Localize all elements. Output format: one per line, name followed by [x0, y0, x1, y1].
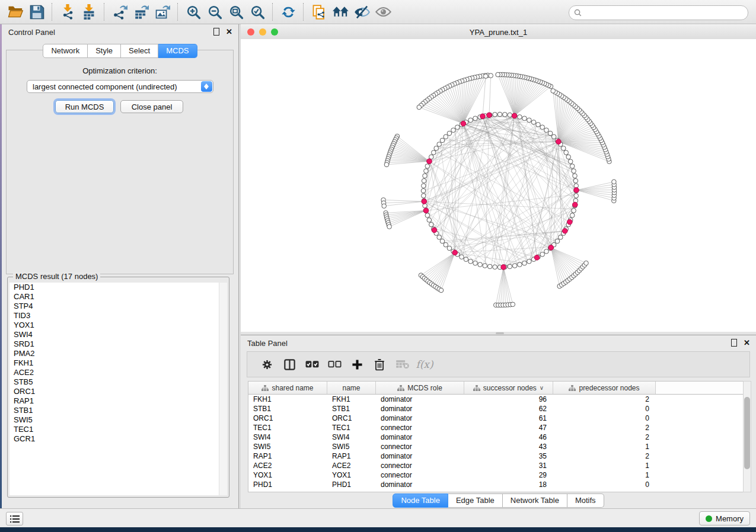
mcds-result-item: YOX1	[9, 321, 219, 330]
table-options-button[interactable]	[256, 354, 278, 375]
tab-network[interactable]: Network	[43, 44, 88, 58]
open-session-button[interactable]	[5, 2, 26, 22]
table-cell: SWI4	[327, 432, 376, 442]
table-header-row: shared namenameMCDS rolesuccessor nodes∨…	[248, 382, 743, 395]
export-network-button[interactable]	[109, 2, 130, 22]
network-canvas[interactable]	[241, 39, 756, 335]
show-graphics-details-button[interactable]	[372, 2, 394, 22]
table-cell: RAP1	[327, 451, 376, 461]
table-row[interactable]: SWI4SWI4dominator462	[248, 432, 743, 442]
show-columns-button[interactable]	[278, 354, 301, 375]
table-cell: RAP1	[248, 451, 327, 461]
close-panel-icon[interactable]: ✕	[226, 28, 232, 35]
main-toolbar	[0, 0, 756, 24]
tab-style[interactable]: Style	[88, 44, 121, 58]
table-cell: 0	[553, 414, 656, 423]
table-cell: YOX1	[248, 470, 327, 480]
float-panel-icon[interactable]	[213, 28, 219, 36]
column-header-empty	[656, 382, 743, 394]
tab-motifs[interactable]: Motifs	[567, 493, 604, 508]
desktop: Control Panel ✕ NetworkStyleSelectMCDS O…	[0, 0, 756, 532]
table-row[interactable]: ACE2ACE2connector311	[248, 461, 743, 470]
deselect-all-button[interactable]	[323, 354, 346, 375]
table-cell: connector	[376, 461, 464, 470]
close-panel-button[interactable]: Close panel	[120, 100, 183, 113]
table-cell: 61	[464, 414, 553, 423]
table-cell: ACE2	[327, 461, 376, 470]
dropdown-stepper-icon	[201, 81, 212, 92]
toolbar-icon-group	[5, 2, 394, 22]
first-neighbors-button[interactable]	[330, 2, 351, 22]
run-mcds-button[interactable]: Run MCDS	[55, 100, 114, 113]
network-titlebar: YPA_prune.txt_1	[241, 25, 756, 40]
float-table-panel-icon[interactable]	[731, 339, 737, 347]
table-cell: 1	[553, 442, 656, 451]
mcds-result-list[interactable]: PHD1CAR1STP4TID3YOX1SWI4SRD1PMA2FKH1ACE2…	[9, 283, 219, 495]
column-header-predecessor-nodes[interactable]: predecessor nodes	[553, 382, 656, 394]
tab-mcds[interactable]: MCDS	[158, 44, 197, 58]
table-cell: 2	[553, 395, 656, 404]
table-cell: SWI4	[248, 432, 327, 442]
column-header-MCDS-role[interactable]: MCDS role	[376, 382, 464, 394]
zoom-out-button[interactable]	[204, 2, 225, 22]
zoom-in-button[interactable]	[183, 2, 204, 22]
zoom-selected-button[interactable]	[247, 2, 268, 22]
column-header-name[interactable]: name	[327, 382, 376, 394]
zoom-fit-button[interactable]	[225, 2, 247, 22]
table-row[interactable]: FKH1FKH1dominator962	[248, 395, 743, 404]
import-table-button[interactable]	[78, 2, 100, 22]
table-cell: PHD1	[327, 480, 376, 489]
delete-column-button[interactable]	[368, 354, 391, 375]
column-header-successor-nodes[interactable]: successor nodes∨	[464, 382, 553, 394]
duplicate-network-button[interactable]	[308, 2, 330, 22]
memory-button[interactable]: Memory	[699, 511, 750, 525]
open-session-icon	[8, 5, 24, 19]
table-row[interactable]: ORC1ORC1dominator610	[248, 414, 743, 423]
column-header-shared-name[interactable]: shared name	[248, 382, 327, 394]
mcds-result-box: MCDS result (17 nodes) PHD1CAR1STP4TID3Y…	[7, 277, 229, 498]
refresh-button[interactable]	[277, 2, 299, 22]
tab-node-table[interactable]: Node Table	[393, 493, 448, 508]
table-scrollbar[interactable]	[743, 381, 751, 492]
tab-select[interactable]: Select	[121, 44, 158, 58]
table-row[interactable]: YOX1YOX1connector291	[248, 470, 743, 480]
export-image-button[interactable]	[152, 2, 173, 22]
table-cell: dominator	[376, 404, 464, 414]
column-label: predecessor nodes	[579, 384, 639, 392]
table-cell: STB1	[248, 404, 327, 414]
tab-network-table[interactable]: Network Table	[503, 493, 567, 508]
save-session-button[interactable]	[26, 2, 47, 22]
table-cell: 43	[464, 442, 553, 451]
select-all-button[interactable]	[301, 354, 323, 375]
mcds-result-item: PMA2	[9, 349, 219, 358]
table-scrollbar-thumb[interactable]	[744, 397, 750, 469]
close-table-panel-icon[interactable]: ✕	[744, 339, 750, 346]
table-cell: 47	[464, 423, 553, 432]
mcds-result-scrollbar[interactable]	[219, 283, 227, 495]
table-row[interactable]: TEC1TEC1connector472	[248, 423, 743, 432]
mcds-result-item: SWI5	[9, 415, 219, 425]
table-row[interactable]: SWI5SWI5connector431	[248, 442, 743, 451]
network-graph	[241, 39, 755, 332]
table-cell: FKH1	[248, 395, 327, 404]
table-cell: SWI5	[248, 442, 327, 451]
table-cell: 2	[553, 423, 656, 432]
panel-menu-button[interactable]	[6, 512, 23, 525]
delete-column-icon	[374, 358, 385, 371]
table-cell: STB1	[327, 404, 376, 414]
tab-edge-table[interactable]: Edge Table	[448, 493, 503, 508]
add-column-button[interactable]	[346, 354, 368, 375]
optimization-criterion-select[interactable]: largest connected component (undirected)	[27, 80, 213, 93]
table-cell: 1	[553, 470, 656, 480]
export-table-button[interactable]	[130, 2, 152, 22]
table-row[interactable]: PHD1PHD1dominator180	[248, 480, 743, 489]
import-network-button[interactable]	[57, 2, 78, 22]
table-row[interactable]: STB1STB1dominator620	[248, 404, 743, 414]
search-input[interactable]	[585, 8, 743, 18]
export-network-icon	[112, 4, 127, 20]
show-columns-icon	[283, 358, 296, 371]
hide-graphics-details-button[interactable]	[351, 2, 372, 22]
table-cell: dominator	[376, 395, 464, 404]
table-row[interactable]: RAP1RAP1dominator352	[248, 451, 743, 461]
mcds-result-item: TID3	[9, 311, 219, 321]
